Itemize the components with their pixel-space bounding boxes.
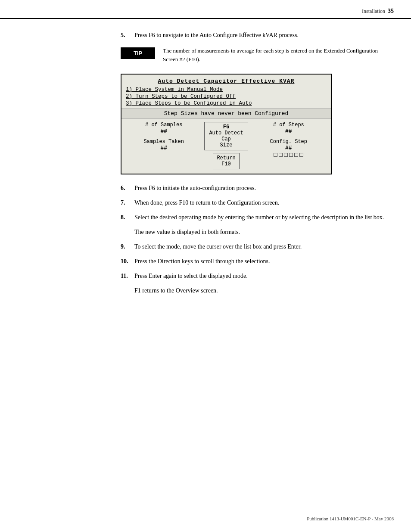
lcd-center-col: F6 Auto Detect Cap Size Return F10	[202, 122, 250, 169]
lcd-screen: Auto Detect Capacitor Effective KVAR 1) …	[121, 74, 332, 174]
step-8: 8. Select the desired operating mode by …	[121, 214, 385, 221]
square-3	[284, 153, 288, 157]
return-label: Return	[217, 155, 235, 161]
samples-label: # of Samples	[126, 122, 202, 128]
step-11-num: 11.	[121, 273, 134, 280]
config-step-label: Config. Step	[251, 139, 327, 145]
step-9-num: 9.	[121, 243, 134, 250]
step-9-text: To select the mode, move the curser over…	[134, 243, 385, 250]
step-5-text: Press F6 to navigate to the Auto Configu…	[134, 32, 385, 39]
tip-label: TIP	[121, 47, 155, 59]
page-footer: Publication 1413-UM001C-EN-P - May 2006	[307, 516, 394, 521]
step-5: 5. Press F6 to navigate to the Auto Conf…	[121, 32, 385, 39]
step-7: 7. When done, press F10 to return to the…	[121, 199, 385, 206]
step-10-text: Press the Direction keys to scroll throu…	[134, 258, 385, 265]
f6-label: F6	[223, 124, 229, 130]
step-8-num: 8.	[121, 214, 134, 221]
lcd-left-col: # of Samples ## Samples Taken ##	[126, 122, 202, 151]
step-10-num: 10.	[121, 258, 134, 265]
page-number: 35	[388, 8, 394, 15]
tip-block: TIP The number of measurements to averag…	[121, 47, 385, 63]
step-8-sub: The new value is displayed in both forma…	[134, 229, 385, 236]
config-step-value: ##	[251, 145, 327, 151]
publication-info: Publication 1413-UM001C-EN-P - May 2006	[307, 516, 394, 521]
step-11: 11. Press Enter again to select the disp…	[121, 273, 385, 280]
page-header: Installation 35	[0, 0, 411, 19]
lcd-f6-btn: F6 Auto Detect Cap Size	[204, 122, 248, 150]
samples-value: ##	[126, 128, 202, 134]
step-6-num: 6.	[121, 185, 134, 192]
step-7-text: When done, press F10 to return to the Co…	[134, 199, 385, 206]
steps-label: # of Steps	[251, 122, 327, 128]
steps-value: ##	[251, 128, 327, 134]
lcd-title: Auto Detect Capacitor Effective KVAR	[121, 77, 331, 86]
lcd-right-col: # of Steps ## Config. Step ##	[251, 122, 327, 157]
step-6-text: Press F6 to initiate the auto-configurat…	[134, 185, 385, 192]
section-label: Installation	[362, 8, 385, 15]
step-5-num: 5.	[121, 32, 134, 39]
auto-detect-line2: Cap	[209, 136, 243, 142]
square-6	[299, 153, 303, 157]
step-8-text: Select the desired operating mode by ent…	[134, 214, 385, 221]
square-4	[289, 153, 293, 157]
step-11-sub: F1 returns to the Overview screen.	[134, 287, 385, 294]
lcd-bottom: # of Samples ## Samples Taken ## F6 Auto…	[121, 120, 331, 171]
step-9: 9. To select the mode, move the curser o…	[121, 243, 385, 250]
step-6: 6. Press F6 to initiate the auto-configu…	[121, 185, 385, 192]
lcd-squares	[251, 153, 327, 157]
tip-text: The number of measurements to average fo…	[163, 47, 385, 63]
square-1	[274, 153, 277, 157]
main-content: 5. Press F6 to navigate to the Auto Conf…	[0, 19, 411, 315]
lcd-menu-item-3: 3) Place Steps to be Configured in Auto	[121, 100, 331, 107]
auto-detect-line1: Auto Detect	[209, 130, 243, 136]
square-5	[294, 153, 298, 157]
step-7-num: 7.	[121, 199, 134, 206]
lcd-status-bar: Step Sizes have never been Configured	[121, 109, 331, 118]
samples-taken-label: Samples Taken	[126, 139, 202, 145]
square-2	[279, 153, 283, 157]
samples-taken-value: ##	[126, 145, 202, 151]
step-10: 10. Press the Direction keys to scroll t…	[121, 258, 385, 265]
f10-label: F10	[217, 161, 235, 167]
step-11-text: Press Enter again to select the displaye…	[134, 273, 385, 280]
lcd-f10-btn: Return F10	[213, 153, 239, 169]
lcd-menu-item-1: 1) Place System in Manual Mode	[121, 86, 331, 93]
auto-detect-line3: Size	[209, 142, 243, 148]
lcd-menu-item-2: 2) Turn Steps to be Configured Off	[121, 93, 331, 100]
